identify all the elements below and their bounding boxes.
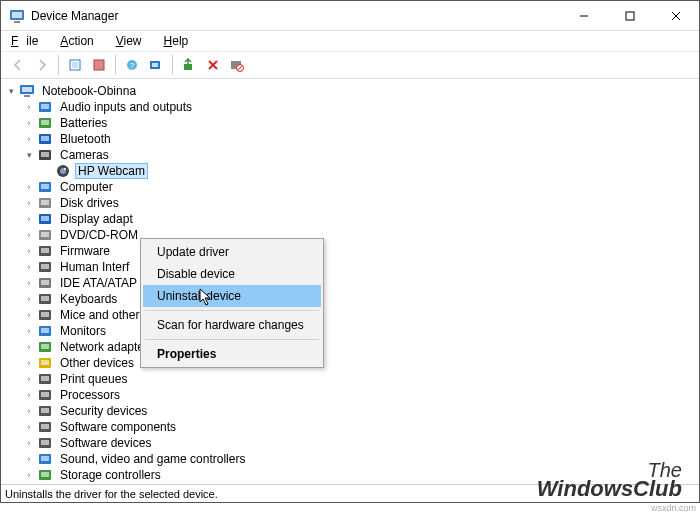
expand-icon[interactable]: ›: [23, 230, 35, 240]
tree-category[interactable]: › Display adapt: [23, 211, 699, 227]
expand-icon[interactable]: ›: [23, 342, 35, 352]
device-category-icon: [37, 291, 53, 307]
tree-root-node[interactable]: ▾ Notebook-Obinna: [5, 83, 699, 99]
svg-rect-2: [14, 21, 20, 23]
context-menu-item[interactable]: Update driver: [143, 241, 321, 263]
tree-category[interactable]: › Processors: [23, 387, 699, 403]
expand-icon[interactable]: ›: [23, 454, 35, 464]
device-tree[interactable]: ▾ Notebook-Obinna › Audio inputs and out…: [1, 79, 699, 484]
tree-category[interactable]: › System devices: [23, 483, 699, 484]
tree-category[interactable]: › Software components: [23, 419, 699, 435]
status-text: Uninstalls the driver for the selected d…: [5, 488, 218, 500]
tree-category[interactable]: › IDE ATA/ATAP: [23, 275, 699, 291]
show-hidden-button[interactable]: [64, 54, 86, 76]
category-label: Computer: [57, 179, 116, 195]
tree-category[interactable]: › Other devices: [23, 355, 699, 371]
properties-button[interactable]: [88, 54, 110, 76]
expand-icon[interactable]: ›: [23, 262, 35, 272]
update-driver-button[interactable]: [178, 54, 200, 76]
collapse-icon[interactable]: ▾: [5, 86, 17, 96]
svg-rect-37: [41, 216, 49, 221]
device-category-icon: [37, 179, 53, 195]
tree-category[interactable]: ▾ Cameras: [23, 147, 699, 163]
device-category-icon: [37, 115, 53, 131]
menu-file[interactable]: File: [7, 32, 42, 50]
menu-help[interactable]: Help: [160, 32, 193, 50]
minimize-button[interactable]: [561, 1, 607, 30]
tree-category[interactable]: › Batteries: [23, 115, 699, 131]
tree-category[interactable]: › Disk drives: [23, 195, 699, 211]
app-icon: [9, 8, 25, 24]
menu-action[interactable]: Action: [56, 32, 97, 50]
svg-rect-1: [12, 12, 22, 18]
collapse-icon[interactable]: ▾: [23, 150, 35, 160]
context-menu: Update driverDisable deviceUninstall dev…: [140, 238, 324, 368]
tree-category[interactable]: › Firmware: [23, 243, 699, 259]
tree-category[interactable]: › Audio inputs and outputs: [23, 99, 699, 115]
tree-category[interactable]: › Network adapters: [23, 339, 699, 355]
expand-icon[interactable]: ›: [23, 358, 35, 368]
tree-category[interactable]: › Bluetooth: [23, 131, 699, 147]
tree-category[interactable]: › Print queues: [23, 371, 699, 387]
category-label: Sound, video and game controllers: [57, 451, 248, 467]
svg-rect-61: [41, 408, 49, 413]
tree-category[interactable]: › Storage controllers: [23, 467, 699, 483]
svg-rect-51: [41, 328, 49, 333]
svg-rect-22: [41, 104, 49, 109]
expand-icon[interactable]: ›: [23, 406, 35, 416]
svg-rect-39: [41, 232, 49, 237]
context-menu-item[interactable]: Properties: [143, 343, 321, 365]
menu-view[interactable]: View: [112, 32, 146, 50]
tree-device-selected[interactable]: HP Webcam: [41, 163, 699, 179]
expand-icon[interactable]: ›: [23, 310, 35, 320]
device-category-icon: [37, 99, 53, 115]
svg-rect-63: [41, 424, 49, 429]
svg-rect-24: [41, 120, 49, 125]
tree-category[interactable]: › Security devices: [23, 403, 699, 419]
expand-icon[interactable]: ›: [23, 182, 35, 192]
scan-hardware-button[interactable]: [145, 54, 167, 76]
uninstall-button[interactable]: [202, 54, 224, 76]
expand-icon[interactable]: ›: [23, 294, 35, 304]
tree-category[interactable]: › DVD/CD-ROM: [23, 227, 699, 243]
svg-rect-4: [626, 12, 634, 20]
menubar: File Action View Help: [1, 31, 699, 51]
expand-icon[interactable]: ›: [23, 278, 35, 288]
context-menu-item[interactable]: Scan for hardware changes: [143, 314, 321, 336]
category-label: Software devices: [57, 435, 154, 451]
tree-category[interactable]: › Keyboards: [23, 291, 699, 307]
expand-icon[interactable]: ›: [23, 118, 35, 128]
expand-icon[interactable]: ›: [23, 246, 35, 256]
tree-category[interactable]: › Computer: [23, 179, 699, 195]
expand-icon[interactable]: ›: [23, 198, 35, 208]
category-label: Monitors: [57, 323, 109, 339]
tree-category[interactable]: › Software devices: [23, 435, 699, 451]
expand-icon[interactable]: ›: [23, 438, 35, 448]
device-category-icon: [37, 387, 53, 403]
expand-icon[interactable]: ›: [23, 374, 35, 384]
expand-icon[interactable]: ›: [23, 390, 35, 400]
expand-icon[interactable]: ›: [23, 470, 35, 480]
back-button[interactable]: [7, 54, 29, 76]
tree-category[interactable]: › Mice and other pointing devices: [23, 307, 699, 323]
tree-category[interactable]: › Human Interf: [23, 259, 699, 275]
svg-rect-69: [41, 472, 49, 477]
expand-icon[interactable]: ›: [23, 134, 35, 144]
expand-icon[interactable]: ›: [23, 214, 35, 224]
device-category-icon: [37, 467, 53, 483]
expand-icon[interactable]: ›: [23, 422, 35, 432]
expand-icon[interactable]: ›: [23, 326, 35, 336]
context-menu-item[interactable]: Disable device: [143, 263, 321, 285]
context-menu-item[interactable]: Uninstall device: [143, 285, 321, 307]
maximize-button[interactable]: [607, 1, 653, 30]
category-label: Bluetooth: [57, 131, 114, 147]
disable-button[interactable]: [226, 54, 248, 76]
tree-category[interactable]: › Sound, video and game controllers: [23, 451, 699, 467]
svg-rect-28: [41, 152, 49, 157]
device-category-icon: [37, 339, 53, 355]
forward-button[interactable]: [31, 54, 53, 76]
tree-category[interactable]: › Monitors: [23, 323, 699, 339]
close-button[interactable]: [653, 1, 699, 30]
help-button[interactable]: ?: [121, 54, 143, 76]
expand-icon[interactable]: ›: [23, 102, 35, 112]
